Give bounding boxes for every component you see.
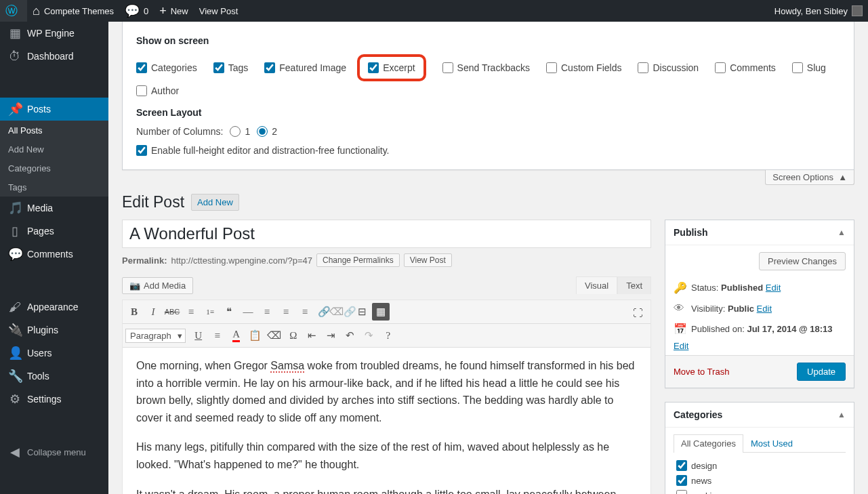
menu-dashboard[interactable]: ⏱Dashboard: [0, 45, 108, 68]
full-height-checkbox[interactable]: [136, 145, 147, 156]
menu-collapse[interactable]: ◀Collapse menu: [0, 440, 108, 464]
edit-status-link[interactable]: Edit: [766, 283, 781, 293]
category-tab-all[interactable]: All Categories: [674, 434, 743, 453]
indent-button[interactable]: ⇥: [323, 327, 340, 344]
screen-option-checkbox-6[interactable]: [638, 62, 648, 73]
content-editor[interactable]: One morning, when Gregor Samsa woke from…: [123, 348, 650, 494]
columns-1-option[interactable]: 1: [230, 126, 250, 137]
category-item-design[interactable]: design: [676, 458, 846, 473]
move-to-trash-link[interactable]: Move to Trash: [674, 367, 729, 377]
category-tab-most-used[interactable]: Most Used: [743, 434, 800, 452]
paste-text-button[interactable]: 📋: [247, 327, 264, 344]
view-post-link[interactable]: View Post: [194, 0, 244, 22]
unlink-button[interactable]: ⌫🔗: [334, 303, 352, 321]
outdent-button[interactable]: ⇤: [304, 327, 321, 344]
text-tab[interactable]: Text: [617, 276, 651, 294]
underline-button[interactable]: U: [190, 327, 207, 344]
add-new-button[interactable]: Add New: [191, 194, 239, 211]
number-list-button[interactable]: 1≡: [201, 303, 219, 321]
screen-options-toggle[interactable]: Screen Options ▲: [765, 170, 854, 185]
screen-option-checkbox-5[interactable]: [546, 62, 557, 73]
screen-option-discussion[interactable]: Discussion: [638, 54, 699, 81]
screen-option-checkbox-1[interactable]: [213, 62, 224, 73]
edit-date-link[interactable]: Edit: [674, 341, 846, 351]
help-button[interactable]: ?: [379, 327, 397, 344]
justify-button[interactable]: ≡: [209, 327, 226, 344]
toggle-categories-icon[interactable]: ▲: [838, 410, 846, 419]
bullet-list-button[interactable]: ≡: [182, 303, 200, 321]
clear-format-button[interactable]: ⌫: [266, 327, 283, 344]
update-button[interactable]: Update: [797, 363, 846, 381]
comments-link[interactable]: 💬0: [119, 0, 154, 22]
toolbar-toggle-button[interactable]: ▦: [372, 303, 390, 321]
screen-option-send-trackbacks[interactable]: Send Trackbacks: [442, 54, 530, 81]
submenu-tags[interactable]: Tags: [0, 178, 108, 197]
screen-option-featured-image[interactable]: Featured Image: [264, 54, 346, 81]
menu-appearance[interactable]: 🖌Appearance: [0, 295, 108, 318]
menu-tools[interactable]: 🔧Tools: [0, 365, 108, 388]
post-title-input[interactable]: [122, 220, 651, 248]
align-center-button[interactable]: ≡: [277, 303, 295, 321]
category-item-cooking[interactable]: cooking: [676, 488, 846, 494]
toggle-publish-icon[interactable]: ▲: [838, 228, 846, 237]
screen-option-checkbox-7[interactable]: [715, 62, 726, 73]
preview-changes-button[interactable]: Preview Changes: [759, 252, 846, 270]
align-left-button[interactable]: ≡: [258, 303, 276, 321]
menu-settings[interactable]: ⚙Settings: [0, 388, 108, 411]
text-color-button[interactable]: A: [228, 327, 245, 344]
columns-1-radio[interactable]: [230, 126, 241, 137]
undo-button[interactable]: ↶: [342, 327, 359, 344]
category-item-news[interactable]: news: [676, 473, 846, 488]
screen-option-checkbox-0[interactable]: [136, 62, 147, 73]
my-account[interactable]: Howdy, Ben Sibley: [769, 0, 868, 22]
fullscreen-button[interactable]: ⛶: [629, 304, 646, 322]
menu-comments[interactable]: 💬Comments: [0, 243, 108, 266]
screen-option-checkbox-4[interactable]: [442, 62, 453, 73]
bold-button[interactable]: B: [125, 303, 143, 321]
category-checkbox-design[interactable]: [676, 460, 687, 471]
screen-option-custom-fields[interactable]: Custom Fields: [546, 54, 621, 81]
screen-option-checkbox-9[interactable]: [136, 85, 147, 96]
view-post-button[interactable]: View Post: [404, 253, 452, 267]
change-permalinks-button[interactable]: Change Permalinks: [316, 253, 400, 267]
category-checkbox-news[interactable]: [676, 475, 687, 486]
strikethrough-button[interactable]: ABC: [163, 303, 181, 321]
screen-option-comments[interactable]: Comments: [715, 54, 776, 81]
publish-heading-row[interactable]: Publish ▲: [665, 220, 854, 245]
special-char-button[interactable]: Ω: [285, 327, 302, 344]
screen-option-categories[interactable]: Categories: [136, 54, 197, 81]
menu-plugins[interactable]: 🔌Plugins: [0, 318, 108, 342]
menu-wp-engine[interactable]: ▦WP Engine: [0, 22, 108, 45]
submenu-add-new[interactable]: Add New: [0, 140, 108, 159]
screen-option-checkbox-3[interactable]: [368, 62, 379, 73]
categories-heading-row[interactable]: Categories ▲: [665, 403, 854, 428]
full-height-option[interactable]: Enable full-height editor and distractio…: [136, 145, 840, 156]
edit-visibility-link[interactable]: Edit: [757, 304, 772, 314]
screen-option-excerpt[interactable]: Excerpt: [357, 54, 426, 81]
visual-tab[interactable]: Visual: [576, 276, 617, 294]
screen-option-checkbox-2[interactable]: [264, 62, 275, 73]
submenu-categories[interactable]: Categories: [0, 159, 108, 178]
italic-button[interactable]: I: [144, 303, 162, 321]
align-right-button[interactable]: ≡: [296, 303, 314, 321]
screen-option-checkbox-8[interactable]: [792, 62, 803, 73]
menu-users[interactable]: 👤Users: [0, 342, 108, 365]
submenu-all-posts[interactable]: All Posts: [0, 121, 108, 140]
site-name-link[interactable]: ⌂Compete Themes: [27, 0, 119, 22]
screen-option-author[interactable]: Author: [136, 85, 179, 96]
hr-button[interactable]: —: [239, 303, 257, 321]
menu-pages[interactable]: ▯Pages: [0, 220, 108, 243]
wp-logo[interactable]: ⓦ: [0, 0, 27, 22]
category-checkbox-cooking[interactable]: [676, 490, 687, 494]
redo-button[interactable]: ↷: [360, 327, 378, 344]
columns-2-option[interactable]: 2: [257, 126, 277, 137]
screen-option-slug[interactable]: Slug: [792, 54, 826, 81]
add-media-button[interactable]: 📷Add Media: [122, 277, 193, 294]
menu-posts[interactable]: 📌Posts: [0, 98, 108, 121]
blockquote-button[interactable]: ❝: [220, 303, 238, 321]
format-select[interactable]: Paragraph: [125, 329, 186, 343]
screen-option-tags[interactable]: Tags: [213, 54, 249, 81]
new-content-link[interactable]: +New: [154, 0, 194, 22]
columns-2-radio[interactable]: [257, 126, 268, 137]
menu-media[interactable]: 🎵Media: [0, 197, 108, 220]
